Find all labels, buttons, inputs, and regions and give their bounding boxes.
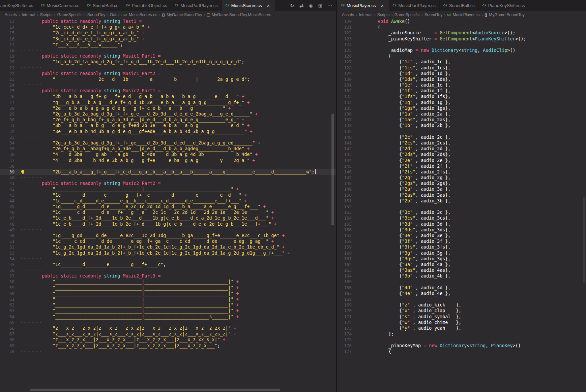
code-line-159[interactable]: 159 {"3fs", audio_3fs}, — [337, 244, 586, 250]
line-number[interactable]: 173 — [337, 325, 356, 331]
line-number[interactable]: 41 — [0, 181, 20, 186]
breadcrumb-item-data[interactable]: Data — [110, 12, 119, 17]
line-number[interactable]: 13 — [0, 19, 20, 24]
line-number[interactable]: 23 — [0, 76, 20, 82]
code-line-48[interactable]: 48 "1c_e_b____d_f+_2d____1e_b_2e_f+_d___… — [0, 221, 336, 227]
code-line-61[interactable]: 61 "________________________________|___… — [0, 296, 336, 302]
code-line-54[interactable]: 54········ — [0, 256, 336, 262]
line-number[interactable]: 121 — [337, 24, 356, 30]
line-number[interactable]: 34 — [0, 140, 20, 146]
line-number[interactable]: 24 — [0, 82, 20, 88]
line-number[interactable]: 25 — [0, 88, 20, 94]
line-number[interactable]: 57 — [0, 273, 20, 279]
line-number[interactable]: 66 — [0, 325, 20, 331]
code-line-41[interactable]: 41 public static readonly string Music2_… — [0, 181, 336, 186]
line-number[interactable]: 177 — [337, 349, 356, 354]
code-line-35[interactable]: 35 "2e_f+_g_b_a__abagf+g_a_b_3de___|d_e_… — [0, 146, 336, 152]
code-line-27[interactable]: 27 "g___g_b_a___b_a_g___d_e_f+_g_d_1b_2e… — [0, 100, 336, 105]
line-number[interactable]: 157 — [337, 233, 356, 238]
code-line-162[interactable]: 162 {"3a" , audio_4a }, — [337, 262, 586, 267]
code-line-64[interactable]: 64 "________________________________|___… — [0, 314, 336, 320]
line-number[interactable]: 161 — [337, 256, 356, 262]
code-line-121[interactable]: 121 { — [337, 24, 586, 30]
line-number[interactable]: 45 — [0, 204, 20, 209]
breadcrumb-item-assets[interactable]: Assets — [342, 12, 354, 17]
line-number[interactable]: 129 — [337, 71, 356, 76]
code-line-173[interactable]: 173 {"y" , audio_yeah }, — [337, 325, 586, 331]
tab-musicpartplayer-cs[interactable]: C#MusicPartPlayer.cs — [171, 0, 222, 11]
line-number[interactable]: 131 — [337, 82, 356, 88]
line-number[interactable]: 168 — [337, 296, 356, 302]
line-number[interactable]: 122 — [337, 30, 356, 36]
line-number[interactable]: 138 — [337, 123, 356, 128]
line-number[interactable]: 32 — [0, 129, 20, 134]
line-number[interactable]: 149 — [337, 186, 356, 192]
line-number[interactable]: 134 — [337, 100, 356, 105]
code-line-34[interactable]: 34 "2g_a_b_3d_2a_bag_d_3g_f+_f+_ge____d_… — [0, 140, 336, 146]
breadcrumb-item-gamespecific[interactable]: GameSpecific — [394, 12, 420, 17]
code-line-169[interactable]: 169 {"z" , audio_kick }, — [337, 302, 586, 308]
line-number[interactable]: 136 — [337, 111, 356, 117]
line-number[interactable]: 14 — [0, 24, 20, 30]
breadcrumb-item-musicscores-cs[interactable]: C#MusicScores.cs — [123, 12, 157, 17]
code-line-160[interactable]: 160 {"3g" , audio_3g }, — [337, 250, 586, 256]
line-number[interactable]: 164 — [337, 273, 356, 279]
breadcrumb-item-gamespecific[interactable]: GameSpecific — [57, 12, 83, 17]
code-line-149[interactable]: 149 {"2a" , audio_3a }, — [337, 186, 586, 192]
tab-soundball-cs[interactable]: C#SoundBall.cs — [440, 0, 479, 11]
code-line-156[interactable]: 156 {"3ds", audio_3ds}, — [337, 227, 586, 233]
open-changes-icon[interactable]: ⇄ — [297, 1, 306, 10]
code-line-172[interactable]: 172 {"w" , audio_chime }, — [337, 320, 586, 325]
code-line-155[interactable]: 155 {"3d" , audio_3d }, — [337, 221, 586, 227]
code-line-50[interactable]: 50 "1g____g_gd_____d_de_____e_e2c___1c_2… — [0, 233, 336, 238]
line-number[interactable]: 70 — [0, 349, 20, 354]
breadcrumb-item-scripts[interactable]: Scripts — [40, 12, 53, 17]
code-line-177[interactable]: 177 { — [337, 349, 586, 354]
line-number[interactable]: 61 — [0, 296, 20, 302]
line-number[interactable]: 125 — [337, 47, 356, 53]
line-number[interactable]: 135 — [337, 105, 356, 111]
line-number[interactable]: 29 — [0, 111, 20, 117]
line-number[interactable]: 49 — [0, 227, 20, 233]
code-line-38[interactable]: 38········ — [0, 163, 336, 169]
line-number[interactable]: 142 — [337, 146, 356, 152]
line-number[interactable]: 65 — [0, 320, 20, 325]
code-line-129[interactable]: 129 {"1d" , audio_1d }, — [337, 71, 586, 76]
horizontal-scrollbar-left[interactable] — [30, 389, 280, 391]
code-line-46[interactable]: 46 "1c______c_d______d_e___f+___g___a___… — [0, 209, 336, 215]
line-number[interactable]: 139 — [337, 129, 356, 134]
line-number[interactable]: 60 — [0, 291, 20, 296]
compare-icon[interactable]: ◈ — [306, 1, 315, 10]
code-line-31[interactable]: 31 "3b___a_b_a___a_b_g___d_e_g_f+ed_2b_3… — [0, 123, 336, 128]
code-line-139[interactable]: 139 — [337, 129, 586, 134]
line-number[interactable]: 140 — [337, 134, 356, 140]
code-line-70[interactable]: 70········ — [0, 349, 336, 354]
code-line-13[interactable]: 13 public static readonly string Test1 = — [0, 19, 336, 24]
code-line-67[interactable]: 67 "z___x_z___z_x_z|z___x_z___z_x_z|z___… — [0, 331, 336, 337]
code-line-18[interactable]: 18········ — [0, 47, 336, 53]
code-editor-right[interactable]: 120 void Awake()121 {122 _audioSource = … — [337, 19, 586, 392]
code-line-36[interactable]: 36 "4____d_3ba_____g_ab____a_gb_____b_4d… — [0, 152, 336, 157]
line-number[interactable]: 120 — [337, 19, 356, 24]
line-number[interactable]: 126 — [337, 53, 356, 59]
code-line-168[interactable]: 168 — [337, 296, 586, 302]
code-line-49[interactable]: 49········ — [0, 227, 336, 233]
code-line-19[interactable]: 19 public static readonly string Music1_… — [0, 53, 336, 59]
code-line-14[interactable]: 14 "1c_ccc+_d_d+_e_f_f+_g_g+_a_a+_b_" + — [0, 24, 336, 30]
code-line-164[interactable]: 164 {"3b" , audio_4b }, — [337, 273, 586, 279]
line-number[interactable]: 52 — [0, 244, 20, 250]
line-number[interactable]: 171 — [337, 314, 356, 320]
line-number[interactable]: 21 — [0, 65, 20, 71]
code-line-53[interactable]: 53 "1c_g_2c_1gd_da_2d_1a_b_2f+_b_f+1e_eb… — [0, 250, 336, 256]
sync-icon[interactable]: ↻ — [288, 1, 296, 10]
tab-musiccamera-cs[interactable]: C#MusicCamera.cs — [37, 0, 83, 11]
code-line-174[interactable]: 174 }; — [337, 331, 586, 337]
line-number[interactable]: 37 — [0, 158, 20, 163]
code-line-120[interactable]: 120 void Awake() — [337, 19, 586, 24]
code-line-131[interactable]: 131 {"1e" , audio_1e }, — [337, 82, 586, 88]
line-number[interactable]: 166 — [337, 285, 356, 291]
line-number[interactable]: 124 — [337, 42, 356, 47]
code-line-59[interactable]: 59 "________________________________|___… — [0, 285, 336, 291]
code-line-152[interactable]: 152 — [337, 204, 586, 209]
breadcrumb-item-mygame-soundtoy[interactable]: {}MyGame.SoundToy — [162, 12, 202, 17]
